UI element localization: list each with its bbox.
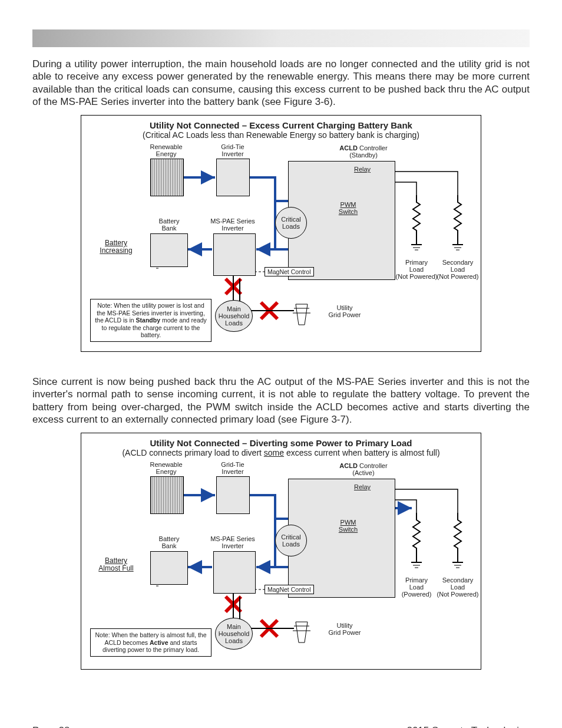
fig1-subtitle: (Critical AC Loads less than Renewable E… xyxy=(85,130,477,140)
fig1-schematic: RenewableEnergyGrid-TieInverterACLD Cont… xyxy=(87,142,475,345)
fig2-subtitle: (ACLD connects primary load to divert so… xyxy=(85,448,477,457)
renewable-energy-icon xyxy=(150,476,184,514)
paragraph-2: Since current is now being pushed back t… xyxy=(32,375,530,426)
label: Grid-TieInverter xyxy=(209,143,256,157)
label: RenewableEnergy xyxy=(143,461,190,475)
fig1-title: Utility Not Connected – Excess Current C… xyxy=(85,120,477,130)
figure-3-7: Utility Not Connected – Diverting some P… xyxy=(81,433,481,670)
main-household-loads: MainHouseholdLoads xyxy=(215,300,253,332)
critical-loads: CriticalLoads xyxy=(275,525,307,556)
paragraph-1: During a utility power interruption, the… xyxy=(32,58,530,108)
magnet-control: MagNet Control xyxy=(265,267,314,276)
inverter-icon xyxy=(213,233,256,276)
grid-tie-inverter-icon xyxy=(216,476,250,514)
label: Relay xyxy=(348,166,377,173)
label: UtilityGrid Power xyxy=(321,304,368,318)
label: MS-PAE SeriesInverter xyxy=(206,535,259,549)
magnet-control: MagNet Control xyxy=(265,585,314,594)
acld-label: ACLD Controller(Active) xyxy=(322,462,405,476)
note-box: Note: When the battery is almost full, t… xyxy=(90,628,211,657)
battery-bank-icon xyxy=(150,233,188,267)
battery-state: BatteryIncreasing xyxy=(92,239,140,255)
label: MS-PAE SeriesInverter xyxy=(206,218,259,232)
critical-loads: CriticalLoads xyxy=(275,207,307,239)
label: UtilityGrid Power xyxy=(321,622,368,636)
copyright: 2015 Sensata Technologies xyxy=(406,725,530,728)
figure-3-6: Utility Not Connected – Excess Current C… xyxy=(81,115,481,352)
label: PrimaryLoad(Not Powered) xyxy=(394,259,439,280)
header-band xyxy=(32,29,530,47)
label: PWMSwitch xyxy=(333,519,363,533)
page-footer: Page 28 2015 Sensata Technologies xyxy=(32,725,530,728)
label: BatteryBank xyxy=(148,535,190,549)
page-number: Page 28 xyxy=(32,725,70,728)
note-box: Note: When the utility power is lost and… xyxy=(90,299,211,342)
battery-bank-icon xyxy=(150,551,188,585)
inverter-icon xyxy=(213,551,256,594)
renewable-energy-icon xyxy=(150,159,184,196)
label: PWMSwitch xyxy=(333,201,363,215)
main-household-loads: MainHouseholdLoads xyxy=(215,618,253,650)
fig2-title: Utility Not Connected – Diverting some P… xyxy=(85,438,477,448)
label: Grid-TieInverter xyxy=(209,461,256,475)
page: During a utility power interruption, the… xyxy=(0,29,562,728)
label: Relay xyxy=(348,483,377,490)
label: SecondaryLoad(Not Powered) xyxy=(435,577,480,598)
label: RenewableEnergy xyxy=(143,143,190,157)
label: PrimaryLoad(Powered) xyxy=(394,577,439,598)
label: SecondaryLoad(Not Powered) xyxy=(435,259,480,280)
acld-label: ACLD Controller(Standby) xyxy=(322,144,405,159)
battery-state: BatteryAlmost Full xyxy=(92,557,140,572)
fig2-schematic: RenewableEnergyGrid-TieInverterACLD Cont… xyxy=(87,460,475,663)
grid-tie-inverter-icon xyxy=(216,159,250,196)
label: BatteryBank xyxy=(148,218,190,232)
